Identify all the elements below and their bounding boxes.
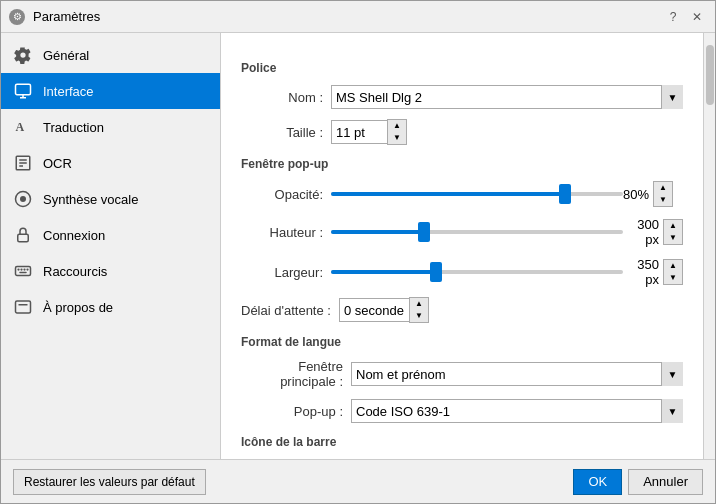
sidebar-label-raccourcis: Raccourcis (43, 264, 107, 279)
taille-down-btn[interactable]: ▼ (388, 132, 406, 144)
popup-title: Fenêtre pop-up (241, 157, 683, 171)
popup-section: Fenêtre pop-up Opacité: 80% (241, 157, 683, 323)
svg-text:A: A (16, 120, 25, 134)
sidebar-label-traduction: Traduction (43, 120, 104, 135)
opacite-fill (331, 192, 565, 196)
taille-label: Taille : (241, 125, 331, 140)
hauteur-up-btn[interactable]: ▲ (664, 220, 682, 232)
sidebar-item-interface[interactable]: Interface (1, 73, 220, 109)
delai-down-btn[interactable]: ▼ (410, 310, 428, 322)
delai-spinner-buttons: ▲ ▼ (409, 297, 429, 323)
font-icon: A (13, 117, 33, 137)
hauteur-label: Hauteur : (241, 225, 331, 240)
delai-spinner[interactable]: ▲ ▼ (339, 297, 419, 323)
fenetre-label: Fenêtre principale : (241, 359, 351, 389)
taille-input[interactable] (331, 120, 387, 144)
hauteur-spinner: ▲ ▼ (663, 219, 683, 245)
sidebar-item-general[interactable]: Général (1, 37, 220, 73)
ok-button[interactable]: OK (573, 469, 622, 495)
fenetre-select[interactable]: Nom et prénom (351, 362, 683, 386)
sidebar-item-synthese[interactable]: Synthèse vocale (1, 181, 220, 217)
sidebar-item-apropos[interactable]: À propos de (1, 289, 220, 325)
main-scroll-wrapper: Police Nom : MS Shell Dlg 2 ▼ Taille : (221, 33, 715, 459)
hauteur-slider[interactable] (331, 222, 623, 242)
hauteur-track (331, 230, 623, 234)
largeur-row: Largeur: 350 px ▲ ▼ (241, 257, 683, 287)
svg-point-9 (20, 196, 26, 202)
opacite-up-btn[interactable]: ▲ (654, 182, 672, 194)
footer: Restaurer les valeurs par défaut OK Annu… (1, 459, 715, 503)
sidebar: Général Interface A Tradu (1, 33, 221, 459)
taille-up-btn[interactable]: ▲ (388, 120, 406, 132)
sidebar-item-connexion[interactable]: Connexion (1, 217, 220, 253)
opacite-down-btn[interactable]: ▼ (654, 194, 672, 206)
icone-title: Icône de la barre (241, 435, 683, 449)
main-window: ⚙ Paramètres ? ✕ Général (0, 0, 716, 504)
hauteur-down-btn[interactable]: ▼ (664, 232, 682, 244)
largeur-label: Largeur: (241, 265, 331, 280)
cancel-button[interactable]: Annuler (628, 469, 703, 495)
popup-lang-select[interactable]: Code ISO 639-1 (351, 399, 683, 423)
svg-rect-10 (18, 234, 29, 242)
largeur-slider[interactable] (331, 262, 623, 282)
sidebar-item-traduction[interactable]: A Traduction (1, 109, 220, 145)
footer-left: Restaurer les valeurs par défaut (13, 469, 567, 495)
scrollbar[interactable] (703, 33, 715, 459)
popup-lang-select-wrapper[interactable]: Code ISO 639-1 ▼ (351, 399, 683, 423)
window-title: Paramètres (33, 9, 663, 24)
svg-rect-11 (16, 267, 31, 276)
popup-lang-label: Pop-up : (241, 404, 351, 419)
nom-row: Nom : MS Shell Dlg 2 ▼ (241, 85, 683, 109)
fenetre-select-wrapper[interactable]: Nom et prénom ▼ (351, 362, 683, 386)
opacite-value-wrapper: 80% ▲ ▼ (623, 181, 683, 207)
opacite-label: Opacité: (241, 187, 331, 202)
hauteur-row: Hauteur : 300 px ▲ ▼ (241, 217, 683, 247)
hauteur-fill (331, 230, 424, 234)
help-button[interactable]: ? (663, 7, 683, 27)
delai-up-btn[interactable]: ▲ (410, 298, 428, 310)
langue-title: Format de langue (241, 335, 683, 349)
sidebar-item-raccourcis[interactable]: Raccourcis (1, 253, 220, 289)
monitor-icon (13, 81, 33, 101)
delai-row: Délai d'attente : ▲ ▼ (241, 297, 683, 323)
info-icon (13, 297, 33, 317)
reset-button[interactable]: Restaurer les valeurs par défaut (13, 469, 206, 495)
taille-spinner[interactable]: ▲ ▼ (331, 119, 411, 145)
nom-label: Nom : (241, 90, 331, 105)
largeur-spinner: ▲ ▼ (663, 259, 683, 285)
largeur-up-btn[interactable]: ▲ (664, 260, 682, 272)
app-icon: ⚙ (9, 9, 25, 25)
nom-select-wrapper[interactable]: MS Shell Dlg 2 ▼ (331, 85, 683, 109)
sidebar-label-apropos: À propos de (43, 300, 113, 315)
keyboard-icon (13, 261, 33, 281)
langue-section: Format de langue Fenêtre principale : No… (241, 335, 683, 423)
gear-icon (13, 45, 33, 65)
largeur-fill (331, 270, 436, 274)
audio-icon (13, 189, 33, 209)
largeur-value-wrapper: 350 px ▲ ▼ (623, 257, 683, 287)
delai-input[interactable] (339, 298, 409, 322)
ocr-icon (13, 153, 33, 173)
main-content: Police Nom : MS Shell Dlg 2 ▼ Taille : (221, 33, 703, 459)
scrollbar-thumb[interactable] (706, 45, 714, 105)
nom-select[interactable]: MS Shell Dlg 2 (331, 85, 683, 109)
close-button[interactable]: ✕ (687, 7, 707, 27)
sidebar-label-synthese: Synthèse vocale (43, 192, 138, 207)
largeur-down-btn[interactable]: ▼ (664, 272, 682, 284)
opacite-value: 80% (623, 187, 649, 202)
titlebar: ⚙ Paramètres ? ✕ (1, 1, 715, 33)
hauteur-value-wrapper: 300 px ▲ ▼ (623, 217, 683, 247)
delai-label: Délai d'attente : (241, 303, 331, 318)
fenetre-row: Fenêtre principale : Nom et prénom ▼ (241, 359, 683, 389)
sidebar-label-interface: Interface (43, 84, 94, 99)
sidebar-label-connexion: Connexion (43, 228, 105, 243)
largeur-track (331, 270, 623, 274)
opacite-thumb[interactable] (559, 184, 571, 204)
sidebar-item-ocr[interactable]: OCR (1, 145, 220, 181)
hauteur-thumb[interactable] (418, 222, 430, 242)
taille-row: Taille : ▲ ▼ (241, 119, 683, 145)
police-title: Police (241, 61, 683, 75)
largeur-thumb[interactable] (430, 262, 442, 282)
opacite-slider[interactable] (331, 184, 623, 204)
icone-section: Icône de la barre Icône: ✏ Par Défaut ▼ … (241, 435, 683, 459)
